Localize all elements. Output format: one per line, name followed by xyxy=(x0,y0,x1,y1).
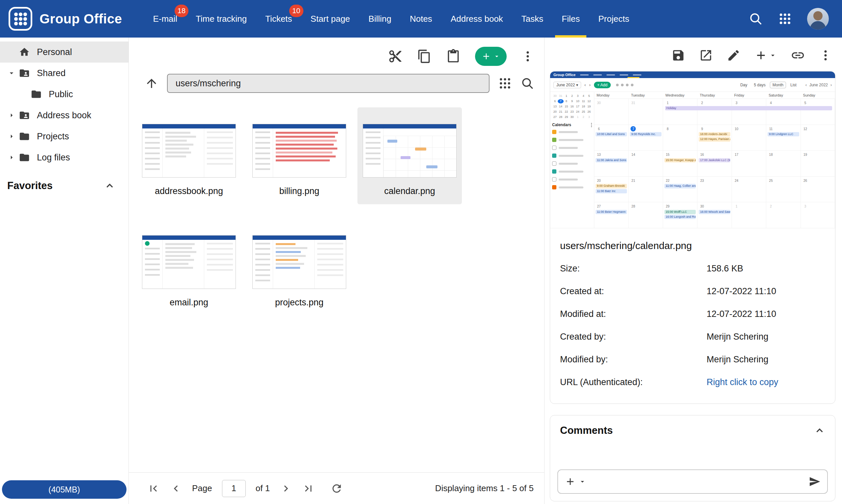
calendar-day-cell: 209:00 Graham-Bresski11:00 Batz Inc xyxy=(594,177,629,203)
calendar-day-cell: 119:00 Lindgren LLC xyxy=(766,125,801,151)
calendar-name-line xyxy=(559,186,584,188)
calendar-checkbox xyxy=(552,154,556,158)
file-item-addressbook[interactable]: addressbook.png xyxy=(137,107,241,204)
calendar-day-cell: 8 xyxy=(663,125,697,151)
refresh-icon[interactable] xyxy=(330,482,343,495)
event-chip: 11:00 Jakria and Sons (8,5) xyxy=(596,158,627,162)
comment-text-input[interactable] xyxy=(589,470,806,493)
day-number: 21 xyxy=(630,178,636,183)
chevron-up-icon[interactable] xyxy=(104,180,115,192)
comment-input-box[interactable] xyxy=(557,469,828,494)
calendar-day-cell: 916:00 Anders-Jacobi12:00 Hayes, Parisia… xyxy=(697,125,732,151)
dropdown-caret-icon xyxy=(769,51,777,59)
file-item-billing[interactable]: billing.png xyxy=(247,107,352,204)
file-item-email[interactable]: email.png xyxy=(137,219,241,316)
first-page-icon[interactable] xyxy=(147,482,160,495)
last-page-icon[interactable] xyxy=(302,482,315,495)
go-up-icon[interactable] xyxy=(145,76,159,90)
send-comment-icon[interactable] xyxy=(809,476,821,488)
paste-icon[interactable] xyxy=(446,49,461,64)
grid-view-icon[interactable] xyxy=(498,76,512,90)
user-avatar[interactable] xyxy=(807,8,829,30)
nav-item-notes[interactable]: Notes xyxy=(400,0,442,38)
next-page-icon[interactable] xyxy=(280,482,292,495)
more-options-icon[interactable] xyxy=(521,50,534,63)
calendar-name-line xyxy=(559,163,578,165)
copy-url-link[interactable]: Right click to copy xyxy=(706,377,778,388)
sidebar-item-personal[interactable]: Personal xyxy=(0,41,128,62)
file-item-calendar[interactable]: calendar.png xyxy=(357,107,462,204)
folder-icon xyxy=(17,131,32,142)
calendar-name-line xyxy=(559,131,578,133)
favorites-section-header[interactable]: Favorites xyxy=(0,180,128,192)
event-chip: 17:00 Jaskolski LLC (9,8) xyxy=(699,158,730,162)
nav-item-projects[interactable]: Projects xyxy=(589,0,639,38)
path-input[interactable] xyxy=(167,74,489,93)
file-details-card: Group Office June 2022▾ ‹› + Add Day 5 d… xyxy=(550,71,836,404)
detail-row-modified-at: Modified at: 12-07-2022 11:10 xyxy=(560,303,825,325)
details-toolbar xyxy=(550,38,836,71)
attach-plus-icon[interactable] xyxy=(565,476,576,487)
page-label: Page xyxy=(192,483,212,493)
link-icon[interactable] xyxy=(791,48,805,62)
nav-item-address-book[interactable]: Address book xyxy=(442,0,512,38)
expand-caret-right-icon[interactable] xyxy=(6,153,17,162)
nav-item-tickets[interactable]: Tickets 10 xyxy=(256,0,301,38)
day-number: 26 xyxy=(803,178,808,183)
more-options-icon[interactable] xyxy=(819,49,832,62)
event-chip: 11:00 Haag, Collier and Rutherford xyxy=(664,184,696,188)
calendar-day-cell: 2211:00 Haag, Collier and Rutherford xyxy=(663,177,697,203)
nav-item-start-page[interactable]: Start page xyxy=(301,0,359,38)
edit-icon[interactable] xyxy=(727,49,740,62)
day-number: 24 xyxy=(734,178,739,183)
shared-folder-icon xyxy=(17,110,32,121)
calendar-name-line xyxy=(559,139,584,141)
page-number-input[interactable] xyxy=(222,480,246,497)
sidebar-item-shared[interactable]: Shared xyxy=(0,62,128,84)
day-number: 6 xyxy=(596,126,602,131)
file-item-projects[interactable]: projects.png xyxy=(247,219,352,316)
calendar-day-cell: 79:00 Reynolds Inc. xyxy=(629,125,663,151)
expand-caret-down-icon[interactable] xyxy=(6,69,17,77)
search-files-icon[interactable] xyxy=(520,76,534,90)
add-new-button[interactable] xyxy=(475,47,507,66)
previous-page-icon[interactable] xyxy=(169,482,182,495)
nav-item-files[interactable]: Files xyxy=(552,0,589,38)
apps-grid-icon[interactable] xyxy=(778,12,792,26)
sidebar-item-log-files[interactable]: Log files xyxy=(0,147,128,168)
mini-month-day: 7 xyxy=(558,99,563,104)
calendar-day-cell: 610:00 Littel and Sons xyxy=(594,125,629,151)
sidebar-item-public[interactable]: Public xyxy=(0,84,128,105)
sidebar-item-address-book[interactable]: Address book xyxy=(0,105,128,126)
calendar-checkbox xyxy=(552,146,556,150)
calendar-list-item xyxy=(552,169,592,174)
collapse-comments-icon[interactable] xyxy=(814,425,825,436)
add-dropdown-button[interactable] xyxy=(754,49,777,62)
open-in-new-icon[interactable] xyxy=(699,49,713,62)
detail-row-modified-by: Modified by: Merijn Schering xyxy=(560,348,825,371)
dropdown-caret-icon[interactable] xyxy=(578,478,586,486)
calendar-list-item xyxy=(552,161,592,166)
day-number: 4 xyxy=(768,101,773,106)
copy-icon[interactable] xyxy=(417,49,432,64)
nav-item-tasks[interactable]: Tasks xyxy=(512,0,552,38)
mini-month-day: 11 xyxy=(580,99,586,104)
nav-item-email[interactable]: E-mail 18 xyxy=(144,0,186,38)
expand-caret-right-icon[interactable] xyxy=(6,111,17,120)
group-office-logo[interactable]: Group Office xyxy=(8,7,122,31)
storage-usage-button[interactable]: (405MB) xyxy=(2,480,126,499)
cut-icon[interactable] xyxy=(388,49,402,64)
save-icon[interactable] xyxy=(671,49,685,62)
event-chip: 9:00 Reynolds Inc. xyxy=(630,132,661,137)
day-number: 31 xyxy=(630,101,636,106)
search-icon[interactable] xyxy=(749,12,763,26)
sidebar-item-projects[interactable]: Projects xyxy=(0,126,128,147)
calendar-name-line xyxy=(559,170,584,173)
nav-item-time-tracking[interactable]: Time tracking xyxy=(186,0,256,38)
nav-item-billing[interactable]: Billing xyxy=(359,0,400,38)
event-chip: 9:00 Graham-Bresski xyxy=(596,184,627,188)
day-number: 12 xyxy=(803,126,808,131)
day-number: 14 xyxy=(630,152,636,158)
expand-caret-right-icon[interactable] xyxy=(6,132,17,141)
mini-month-day: 2 xyxy=(580,115,586,119)
